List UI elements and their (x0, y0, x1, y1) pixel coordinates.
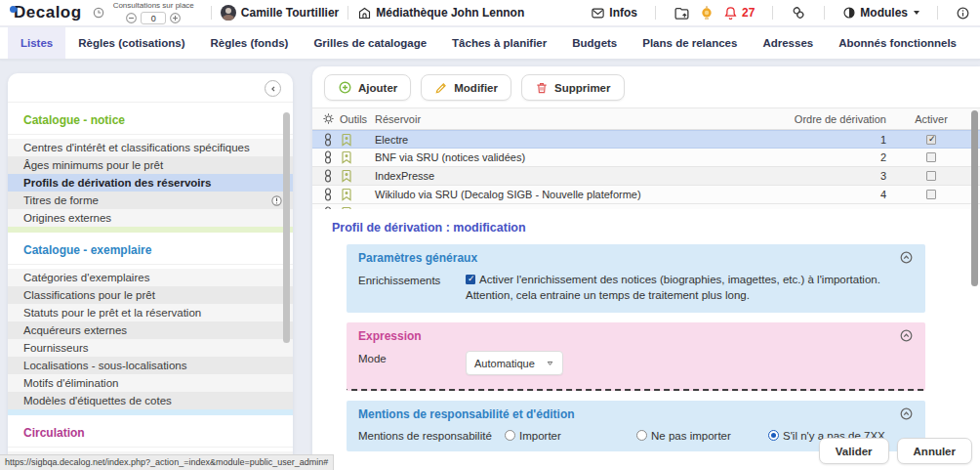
column-header-activate: Activer (896, 113, 966, 125)
bookmark-tag-icon[interactable] (341, 188, 352, 201)
table-row-wikiludo[interactable]: Wikiludo via SRU (Decalog SIGB - Nouvell… (312, 186, 980, 204)
library-building-icon (357, 6, 372, 21)
tab-modeles-documents[interactable]: Modèles de documents (969, 27, 980, 59)
mentions-responsabilite-label: Mentions de responsabilité (358, 429, 505, 442)
tab-listes[interactable]: Listes (8, 27, 65, 59)
export-folder-icon[interactable] (674, 5, 690, 21)
collapse-section-button[interactable] (899, 406, 914, 421)
header-divider (772, 6, 773, 20)
tab-grilles-catalogage[interactable]: Grilles de catalogage (301, 27, 439, 59)
sidebar: Catalogue - notice Centres d'intérêt et … (8, 73, 293, 470)
edit-button[interactable]: Modifier (421, 74, 511, 101)
column-header-order: Ordre de dérivation (769, 113, 896, 125)
sidebar-item-classifications-pret[interactable]: Classifications pour le prêt (8, 286, 293, 304)
sidebar-collapse-button[interactable] (265, 80, 281, 97)
app-logo[interactable]: Decalog (10, 3, 82, 22)
sidebar-item-statuts-pret-reservation[interactable]: Statuts pour le prêt et la réservation (8, 304, 293, 321)
enrichissements-checkbox[interactable] (466, 275, 475, 284)
delete-button[interactable]: Supprimer (521, 74, 625, 101)
sidebar-item-origines-externes[interactable]: Origines externes (8, 209, 293, 227)
consultations-value-input[interactable]: 0 (141, 12, 166, 24)
bookmark-tag-icon[interactable] (341, 169, 352, 183)
chain-link-icon[interactable] (322, 169, 334, 183)
user-avatar[interactable] (221, 5, 236, 21)
select-caret-icon (546, 359, 554, 367)
validate-button[interactable]: Valider (819, 438, 889, 464)
table-row-electre[interactable]: Electre 1 (312, 130, 980, 149)
main-scrollbar[interactable] (971, 110, 978, 286)
plus-circle-icon[interactable] (169, 12, 182, 24)
activate-checkbox[interactable] (926, 190, 936, 199)
bookmark-tag-icon (341, 206, 352, 209)
reservoirs-table: Outils Réservoir Ordre de dérivation Act… (312, 107, 980, 209)
sidebar-item-categories-exemplaires[interactable]: Catégories d'exemplaires (8, 269, 293, 286)
tab-regles-cotisations[interactable]: Règles (cotisations) (65, 27, 197, 59)
radio-circle (505, 430, 515, 441)
sidebar-scrollbar[interactable] (283, 112, 290, 343)
gear-icon[interactable] (322, 112, 335, 125)
sidebar-group-title-catalogue-notice: Catalogue - notice (8, 103, 293, 135)
sidebar-item-modeles-etiquettes[interactable]: Modèles d'étiquettes de cotes (8, 392, 293, 409)
notification-count: 27 (742, 6, 755, 20)
tab-taches-planifier[interactable]: Tâches à planifier (439, 27, 559, 59)
activate-checkbox[interactable] (926, 152, 936, 162)
sidebar-group-catalogue-notice: Centres d'intérêt et classifications spé… (8, 135, 293, 233)
section-title: Expression (358, 329, 422, 343)
table-row-bnf[interactable]: BNF via SRU (notices validées) 2 (312, 149, 980, 167)
sidebar-item-localisations[interactable]: Localisations - sous-localisations (8, 357, 293, 374)
chain-link-icon[interactable] (322, 188, 334, 201)
modules-menu[interactable]: Modules (842, 6, 919, 20)
tab-regles-fonds[interactable]: Règles (fonds) (198, 27, 302, 59)
tab-budgets[interactable]: Budgets (559, 27, 630, 59)
add-button[interactable]: Ajouter (324, 74, 411, 101)
mode-label: Mode (358, 351, 466, 375)
enrichissements-text: Activer l'enrichissement des notices (bi… (479, 274, 880, 285)
radio-circle-selected (768, 430, 779, 441)
lamp-icon[interactable] (699, 5, 715, 21)
table-row-indexpresse[interactable]: IndexPresse 3 (312, 167, 980, 186)
collapse-section-button[interactable] (899, 328, 914, 343)
header-divider (937, 6, 938, 20)
minus-circle-icon[interactable] (125, 12, 138, 24)
table-row-partial (312, 204, 980, 209)
header-divider (655, 6, 656, 20)
bookmark-tag-icon[interactable] (341, 150, 352, 164)
notifications-button[interactable]: 27 (723, 6, 755, 21)
column-header-tools: Outils (340, 113, 367, 125)
activate-checkbox[interactable] (926, 135, 936, 145)
pencil-icon (434, 81, 448, 95)
radio-importer[interactable]: Importer (505, 429, 636, 442)
sidebar-group-catalogue-exemplaire: Catégories d'exemplaires Classifications… (8, 265, 293, 415)
activate-checkbox[interactable] (926, 171, 936, 181)
user-name[interactable]: Camille Tourtillier (241, 6, 339, 20)
sidebar-item-ages-minimums[interactable]: Âges minimums pour le prêt (8, 156, 293, 174)
tab-abonnes-fonctionnels[interactable]: Abonnés fonctionnels (826, 27, 969, 59)
mode-select[interactable]: Automatique (466, 351, 563, 375)
infos-button[interactable]: Infos (591, 6, 637, 21)
link-icon[interactable] (791, 5, 806, 21)
sidebar-item-acquereurs-externes[interactable]: Acquéreurs externes (8, 321, 293, 339)
tab-adresses[interactable]: Adresses (750, 27, 826, 59)
chain-link-icon[interactable] (322, 150, 334, 164)
collapse-section-button[interactable] (899, 250, 914, 265)
top-header: Decalog Consultations sur place 0 Camill… (0, 0, 980, 26)
sidebar-item-titres-de-forme[interactable]: Titres de forme (8, 192, 293, 209)
sidebar-group-title-catalogue-exemplaire: Catalogue - exemplaire (8, 233, 293, 265)
info-icon[interactable] (956, 6, 970, 21)
consultations-label: Consultations sur place (113, 2, 194, 10)
chain-link-icon[interactable] (322, 133, 334, 147)
cancel-button[interactable]: Annuler (897, 438, 972, 464)
envelope-icon (591, 6, 605, 21)
sidebar-item-fournisseurs[interactable]: Fournisseurs (8, 339, 293, 357)
radio-ne-pas-importer[interactable]: Ne pas importer (636, 429, 768, 442)
bookmark-tag-icon[interactable] (341, 133, 352, 147)
trash-icon (535, 81, 549, 95)
sidebar-item-centres-interet[interactable]: Centres d'intérêt et classifications spé… (8, 139, 293, 156)
table-header: Outils Réservoir Ordre de dérivation Act… (312, 107, 980, 130)
sidebar-item-profils-derivation[interactable]: Profils de dérivation des réservoirs (8, 174, 293, 192)
sidebar-item-motifs-elimination[interactable]: Motifs d'élimination (8, 374, 293, 392)
library-name[interactable]: Médiathèque John Lennon (376, 6, 524, 20)
tab-plans-relances[interactable]: Plans de relances (630, 27, 750, 59)
chevron-down-icon (914, 11, 919, 15)
form-title: Profil de dérivation : modification (332, 221, 980, 235)
